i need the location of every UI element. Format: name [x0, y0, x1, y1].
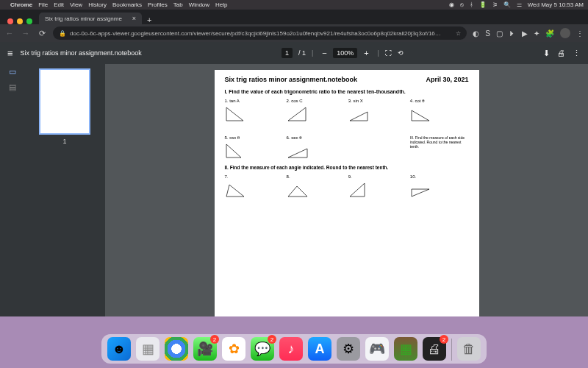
minimize-window-button[interactable]: [17, 18, 23, 24]
dock-trash[interactable]: 🗑: [457, 337, 481, 361]
menu-profiles[interactable]: Profiles: [148, 1, 168, 8]
pdf-menu-icon[interactable]: ≡: [7, 48, 13, 59]
triangle-figure: [225, 141, 247, 159]
extensions-row: ◐ S ▢ 🞂 ▶ ✦ 🧩 ⋮: [473, 28, 584, 38]
airdrop-icon[interactable]: ⎋: [460, 1, 464, 8]
photos-icon: ✿: [229, 341, 240, 357]
close-tab-icon[interactable]: ×: [132, 15, 136, 22]
dock-app-facetime[interactable]: 🎥2: [193, 337, 217, 361]
zoom-in-button[interactable]: +: [361, 49, 371, 57]
ext-icon-6[interactable]: ✦: [534, 29, 539, 38]
triangle-figure: [348, 180, 370, 198]
menu-view[interactable]: View: [70, 1, 82, 8]
spotlight-icon[interactable]: 🔍: [503, 1, 511, 8]
browser-tab[interactable]: Six trig ratios minor assignme ×: [39, 13, 142, 24]
battery-icon[interactable]: 🔋: [479, 1, 487, 8]
lock-icon: 🔒: [59, 30, 66, 37]
facetime-icon: 🎥: [197, 341, 213, 357]
triangle-figure: [410, 105, 432, 122]
q4-label: 4. cot θ: [410, 99, 425, 103]
q5-label: 5. csc θ: [225, 135, 240, 140]
dock-app-chrome[interactable]: [165, 337, 188, 361]
menu-help[interactable]: Help: [215, 1, 227, 8]
appstore-icon: A: [315, 342, 325, 357]
pdf-filename: Six trig ratios minor assignment.noteboo…: [21, 49, 142, 57]
url-text: doc-0o-6c-apps-viewer.googleusercontent.…: [70, 30, 452, 37]
doc-date: April 30, 2021: [426, 76, 468, 83]
section-2-heading: II. Find the measure of each angle indic…: [225, 165, 469, 170]
bookmark-star-icon[interactable]: ☆: [456, 30, 461, 37]
menubar-clock[interactable]: Wed May 5 10:53 AM: [528, 1, 584, 8]
extensions-puzzle-icon[interactable]: 🧩: [545, 29, 554, 38]
wifi-icon[interactable]: ⚞: [492, 1, 498, 8]
minecraft-icon: ▦: [400, 341, 412, 357]
tab-title: Six trig ratios minor assignme: [45, 15, 122, 22]
forward-button[interactable]: →: [21, 29, 31, 38]
menubar-app[interactable]: Chrome: [10, 1, 32, 8]
chrome-window: Six trig ratios minor assignme × + ← → ⟳…: [0, 10, 588, 316]
fit-page-icon[interactable]: ⛶: [385, 49, 392, 57]
ext-icon-2[interactable]: S: [485, 29, 490, 38]
dock-app-finder[interactable]: ☻: [107, 337, 131, 361]
menu-edit[interactable]: Edit: [54, 1, 64, 8]
dock-app-printer[interactable]: 🖨2: [423, 337, 446, 361]
ext-icon-3[interactable]: ▢: [496, 29, 503, 38]
triangle-figure: [225, 105, 247, 122]
section-1-heading: I. Find the value of each trigonometric …: [225, 89, 469, 94]
menu-history[interactable]: History: [88, 1, 107, 8]
reload-button[interactable]: ⟳: [37, 29, 47, 38]
triangle-figure: [287, 141, 309, 159]
pdf-page: Six trig ratios minor assignment.noteboo…: [215, 70, 479, 316]
menu-window[interactable]: Window: [189, 1, 209, 8]
dock-app-music[interactable]: ♪: [279, 337, 303, 361]
dock-app-settings[interactable]: ⚙: [337, 337, 360, 361]
close-window-button[interactable]: [7, 18, 13, 24]
q6-label: 6. sec θ: [287, 135, 302, 140]
triangle-figure: [410, 180, 432, 198]
doc-title: Six trig ratios minor assignment.noteboo…: [225, 76, 358, 83]
chrome-menu-icon[interactable]: ⋮: [576, 29, 584, 38]
svg-marker-5: [288, 149, 307, 158]
bluetooth-icon[interactable]: ᚼ: [470, 1, 473, 8]
menu-file[interactable]: File: [38, 1, 48, 8]
discord-icon: 🎮: [369, 341, 385, 357]
fullscreen-window-button[interactable]: [26, 18, 32, 24]
dock-app-discord[interactable]: 🎮: [365, 337, 389, 361]
record-icon[interactable]: ◉: [449, 1, 454, 8]
pdf-toolbar: ≡ Six trig ratios minor assignment.noteb…: [0, 42, 588, 64]
omnibox[interactable]: 🔒 doc-0o-6c-apps-viewer.googleuserconten…: [53, 26, 467, 40]
pdf-more-icon[interactable]: ⋮: [573, 49, 581, 58]
menu-bookmarks[interactable]: Bookmarks: [112, 1, 142, 8]
rotate-icon[interactable]: ⟲: [398, 49, 404, 57]
dock: ☻ ▦ 🎥2 ✿ 💬2 ♪ A ⚙ 🎮 ▦ 🖨2 🗑: [101, 334, 487, 364]
print-icon[interactable]: 🖨: [557, 49, 565, 57]
thumbnails-tab-icon[interactable]: ▭: [9, 67, 16, 77]
profile-avatar-icon[interactable]: [560, 28, 570, 38]
svg-marker-4: [226, 144, 241, 158]
zoom-level[interactable]: 100%: [333, 48, 357, 58]
download-icon[interactable]: ⬇: [543, 49, 550, 58]
dock-app-appstore[interactable]: A: [308, 337, 331, 361]
dock-app-launchpad[interactable]: ▦: [136, 337, 159, 361]
menu-tab[interactable]: Tab: [173, 1, 183, 8]
ext-icon-1[interactable]: ◐: [473, 29, 479, 38]
dock-app-messages[interactable]: 💬2: [251, 337, 274, 361]
dock-app-minecraft[interactable]: ▦: [394, 337, 417, 361]
dock-app-photos[interactable]: ✿: [222, 337, 245, 361]
q2-label: 2. cos C: [287, 99, 303, 103]
page-thumbnail-1[interactable]: [39, 68, 90, 135]
pdf-page-area[interactable]: Six trig ratios minor assignment.noteboo…: [105, 64, 588, 316]
back-button[interactable]: ←: [4, 29, 15, 38]
printer-icon: 🖨: [428, 342, 441, 357]
messages-icon: 💬: [254, 341, 270, 357]
tab-strip: Six trig ratios minor assignme × +: [0, 10, 588, 24]
page-number-input[interactable]: 1: [282, 48, 293, 58]
zoom-out-button[interactable]: −: [319, 49, 329, 57]
ext-icon-5[interactable]: ▶: [522, 29, 528, 38]
ext-icon-4[interactable]: 🞂: [509, 29, 516, 38]
outline-tab-icon[interactable]: ▤: [9, 82, 16, 92]
new-tab-button[interactable]: +: [143, 15, 156, 24]
finder-icon: ☻: [112, 342, 126, 357]
svg-marker-9: [412, 189, 429, 197]
control-center-icon[interactable]: ⚌: [517, 1, 522, 8]
